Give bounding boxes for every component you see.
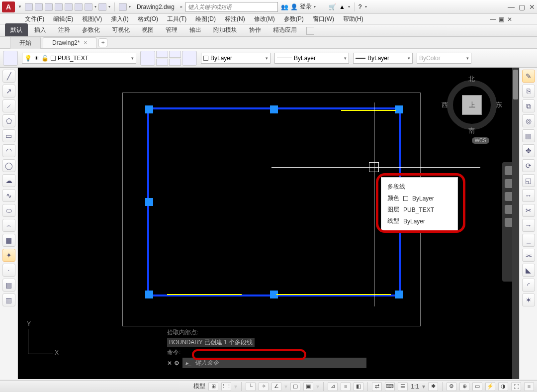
menu-insert[interactable]: 插入(I) bbox=[111, 15, 128, 23]
menu-modify[interactable]: 修改(M) bbox=[254, 15, 275, 23]
make-block-tool-icon[interactable]: ✦ bbox=[2, 249, 15, 262]
cmd-settings-icon[interactable]: ⚙ bbox=[174, 360, 179, 367]
qat-new-icon[interactable] bbox=[25, 3, 33, 11]
layer-properties-icon[interactable] bbox=[3, 51, 18, 66]
mirror-tool-icon[interactable]: ⧉ bbox=[522, 99, 535, 112]
qat-saveas-icon[interactable] bbox=[55, 3, 63, 11]
wcs-badge[interactable]: WCS bbox=[472, 137, 489, 144]
menu-format[interactable]: 格式(O) bbox=[138, 15, 158, 23]
gradient-tool-icon[interactable]: ▥ bbox=[2, 294, 15, 306]
redo-dropdown-icon[interactable]: ▾ bbox=[108, 4, 110, 9]
linetype-combo[interactable]: ByLayer▾ bbox=[274, 53, 349, 64]
layer-match-icon[interactable] bbox=[182, 51, 197, 66]
ellipse-arc-tool-icon[interactable]: ⌢ bbox=[2, 219, 15, 232]
grip-top-left[interactable] bbox=[145, 105, 153, 113]
account-area[interactable]: 👥 👤 登录 ▾ bbox=[281, 2, 316, 11]
ribbon-tab-manage[interactable]: 管理 bbox=[160, 23, 183, 36]
scrollbar-thumb[interactable] bbox=[513, 70, 518, 99]
menu-dimension[interactable]: 标注(N) bbox=[225, 15, 245, 23]
qat-save-icon[interactable] bbox=[45, 3, 53, 11]
annotation-scale[interactable]: 1:1 bbox=[411, 383, 419, 390]
cart-icon[interactable]: 🛒 bbox=[329, 3, 336, 10]
transparency-toggle-icon[interactable]: ◧ bbox=[354, 382, 363, 391]
polygon-tool-icon[interactable]: ⬠ bbox=[2, 114, 15, 127]
app-switcher-icon[interactable]: ▲ bbox=[339, 3, 345, 10]
menu-parametric[interactable]: 参数(P) bbox=[284, 15, 304, 23]
viewcube-top-face[interactable]: 上 bbox=[462, 95, 482, 115]
vertical-scrollbar[interactable] bbox=[512, 68, 519, 379]
customize-status-icon[interactable]: ≡ bbox=[524, 382, 534, 391]
join-tool-icon[interactable]: ⫘ bbox=[522, 249, 535, 262]
qat-open-icon[interactable] bbox=[35, 3, 43, 11]
array-tool-icon[interactable]: ▦ bbox=[522, 129, 535, 142]
viewcube[interactable]: 北 南 东 西 上 bbox=[445, 78, 499, 132]
ribbon-tab-view[interactable]: 视图 bbox=[136, 23, 159, 36]
ribbon-tab-collaborate[interactable]: 协作 bbox=[244, 23, 267, 36]
grip-mid-top[interactable] bbox=[270, 105, 278, 113]
lineweight-toggle-icon[interactable]: ≡ bbox=[341, 382, 351, 391]
help-icon[interactable]: ? bbox=[358, 3, 362, 10]
ribbon-tab-addins[interactable]: 附加模块 bbox=[208, 23, 243, 36]
snap-toggle-icon[interactable]: ⋮⋮ bbox=[221, 382, 231, 391]
stretch-tool-icon[interactable]: ↔ bbox=[522, 189, 535, 202]
close-button[interactable]: ✕ bbox=[529, 3, 535, 11]
construction-line-tool-icon[interactable]: ↗ bbox=[2, 85, 15, 98]
color-combo[interactable]: ByLayer▾ bbox=[201, 53, 270, 64]
isolate-objects-icon[interactable]: ◑ bbox=[498, 382, 508, 391]
hardware-accel-icon[interactable]: ⚡ bbox=[485, 382, 495, 391]
osnap-toggle-icon[interactable]: ▢ bbox=[290, 382, 300, 391]
rectangle-tool-icon[interactable]: ▭ bbox=[2, 129, 15, 142]
insert-block-tool-icon[interactable]: ▦ bbox=[2, 234, 15, 247]
menu-window[interactable]: 窗口(W) bbox=[313, 15, 334, 23]
viewcube-north[interactable]: 北 bbox=[468, 75, 475, 84]
qat-web-icon[interactable] bbox=[65, 3, 73, 11]
hatch-tool-icon[interactable]: ▤ bbox=[2, 279, 15, 292]
units-icon[interactable]: ▭ bbox=[472, 382, 482, 391]
isodraft-toggle-icon[interactable]: ∠ bbox=[271, 382, 281, 391]
grip-top-right[interactable] bbox=[395, 105, 403, 113]
grid-toggle-icon[interactable]: ⊞ bbox=[208, 382, 218, 391]
chamfer-tool-icon[interactable]: ◣ bbox=[522, 264, 535, 277]
break-tool-icon[interactable]: ⎯ bbox=[522, 234, 535, 247]
explode-tool-icon[interactable]: ✶ bbox=[522, 294, 535, 306]
help-search-input[interactable] bbox=[185, 2, 278, 12]
ortho-toggle-icon[interactable]: └ bbox=[246, 382, 256, 391]
menu-edit[interactable]: 编辑(E) bbox=[53, 15, 73, 23]
move-tool-icon[interactable]: ✥ bbox=[522, 144, 535, 157]
circle-tool-icon[interactable]: ◯ bbox=[2, 159, 15, 172]
dynamic-input-icon[interactable]: ⌨ bbox=[385, 382, 395, 391]
app-menu-dropdown-icon[interactable]: ▼ bbox=[18, 4, 22, 9]
undo-dropdown-icon[interactable]: ▾ bbox=[94, 4, 96, 9]
ribbon-tab-annotate[interactable]: 注释 bbox=[53, 23, 76, 36]
ellipse-tool-icon[interactable]: ⬭ bbox=[2, 204, 15, 217]
ribbon-tab-visualize[interactable]: 可视化 bbox=[106, 23, 135, 36]
polyline-tool-icon[interactable]: ⟋ bbox=[2, 99, 15, 112]
3dosnap-toggle-icon[interactable]: ▣ bbox=[303, 382, 313, 391]
file-tab-drawing2[interactable]: Drawing2* × bbox=[43, 37, 96, 48]
layer-off-icon[interactable] bbox=[156, 51, 168, 58]
app-menu-button[interactable]: A bbox=[2, 1, 15, 12]
layer-combo[interactable]: 💡 ☀ 🔓 PUB_TEXT ▾ bbox=[22, 53, 136, 64]
viewcube-east[interactable]: 东 bbox=[496, 100, 502, 109]
file-tab-add-button[interactable]: + bbox=[98, 38, 107, 47]
fillet-tool-icon[interactable]: ◜ bbox=[522, 279, 535, 292]
quick-properties-icon[interactable]: ☰ bbox=[398, 382, 408, 391]
scale-tool-icon[interactable]: ◱ bbox=[522, 174, 535, 187]
annotation-monitor-icon[interactable]: ⊕ bbox=[459, 382, 469, 391]
arc-tool-icon[interactable]: ◠ bbox=[2, 144, 15, 157]
cmd-close-icon[interactable]: ✕ bbox=[167, 360, 172, 367]
qat-undo-icon[interactable] bbox=[85, 3, 92, 11]
maximize-button[interactable]: ▢ bbox=[519, 3, 525, 11]
menu-tools[interactable]: 工具(T) bbox=[167, 15, 186, 23]
menu-file[interactable]: 文件(F) bbox=[25, 15, 44, 23]
qat-share-icon[interactable] bbox=[119, 3, 127, 11]
offset-tool-icon[interactable]: ◎ bbox=[522, 114, 535, 127]
layer-lock-icon[interactable] bbox=[169, 51, 181, 58]
trim-tool-icon[interactable]: ✂ bbox=[522, 204, 535, 217]
erase-tool-icon[interactable]: ✎ bbox=[522, 70, 535, 83]
layer-freeze-icon[interactable] bbox=[156, 59, 168, 66]
doc-close-button[interactable]: ✕ bbox=[507, 16, 512, 23]
viewcube-south[interactable]: 南 bbox=[468, 126, 475, 135]
grip-bottom-left[interactable] bbox=[145, 291, 153, 298]
otrack-toggle-icon[interactable]: ⊿ bbox=[328, 382, 338, 391]
